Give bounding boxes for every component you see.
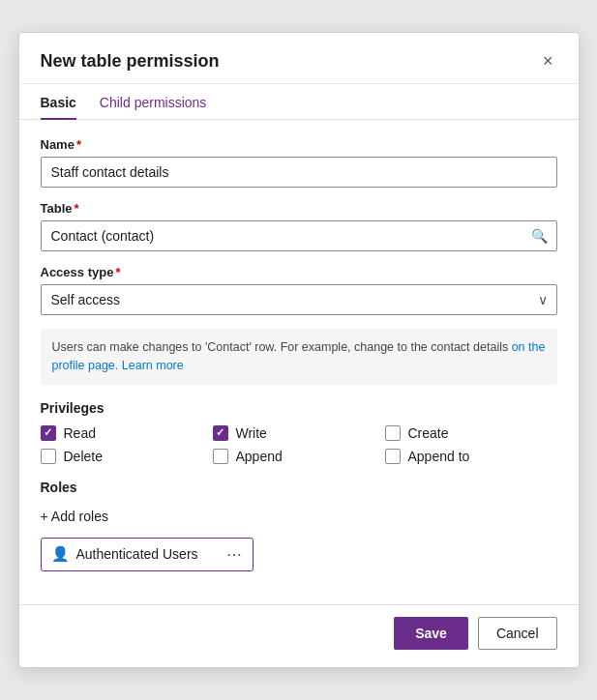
roles-label: Roles — [41, 480, 557, 495]
search-icon: 🔍 — [531, 228, 548, 244]
privilege-append: Append — [213, 449, 385, 464]
role-tag-authenticated-users: 👤 Authenticated Users ⋯ — [41, 538, 254, 571]
roles-section: Roles + Add roles 👤 Authenticated Users … — [41, 480, 557, 571]
tab-child-permissions[interactable]: Child permissions — [100, 85, 206, 120]
cancel-button[interactable]: Cancel — [478, 617, 557, 650]
write-label: Write — [236, 425, 267, 441]
modal-overlay: New table permission × Basic Child permi… — [0, 0, 597, 700]
append-checkbox[interactable] — [213, 449, 228, 464]
delete-checkbox[interactable] — [41, 449, 56, 464]
table-field-group: Table* 🔍 — [41, 201, 557, 251]
add-roles-button[interactable]: + Add roles — [41, 505, 108, 528]
append-to-label: Append to — [408, 449, 470, 464]
close-button[interactable]: × — [539, 50, 557, 72]
privilege-write: Write — [213, 425, 385, 441]
tabs-bar: Basic Child permissions — [19, 84, 579, 120]
modal-title: New table permission — [41, 51, 220, 72]
privilege-read: Read — [41, 425, 213, 441]
user-icon: 👤 — [51, 545, 70, 563]
create-label: Create — [408, 425, 449, 441]
modal-header: New table permission × — [19, 33, 579, 84]
modal-body: Name* Table* 🔍 Access type* — [19, 120, 579, 604]
privileges-grid: Read Write Create Delete — [41, 425, 557, 464]
create-checkbox[interactable] — [385, 425, 401, 441]
access-type-label: Access type* — [41, 265, 557, 279]
privileges-label: Privileges — [41, 400, 557, 416]
access-type-field-group: Access type* Global access Self access A… — [41, 265, 557, 315]
privilege-create: Create — [385, 425, 557, 441]
name-input[interactable] — [41, 157, 557, 188]
delete-label: Delete — [64, 449, 103, 464]
privilege-delete: Delete — [41, 449, 213, 464]
table-search-wrapper: 🔍 — [41, 220, 557, 251]
info-box: Users can make changes to 'Contact' row.… — [41, 329, 557, 385]
privilege-append-to: Append to — [385, 449, 557, 464]
modal-dialog: New table permission × Basic Child permi… — [18, 32, 580, 668]
modal-footer: Save Cancel — [19, 604, 579, 667]
read-checkbox[interactable] — [41, 425, 56, 441]
privileges-section: Privileges Read Write Create — [41, 400, 557, 464]
table-input[interactable] — [41, 220, 557, 251]
learn-more-link[interactable]: Learn more — [122, 359, 184, 372]
access-type-select[interactable]: Global access Self access Account access… — [41, 284, 557, 315]
role-more-options-button[interactable]: ⋯ — [226, 545, 243, 564]
role-label: Authenticated Users — [76, 546, 198, 562]
tab-basic[interactable]: Basic — [41, 85, 76, 120]
read-label: Read — [64, 425, 96, 441]
save-button[interactable]: Save — [394, 617, 468, 650]
table-label: Table* — [41, 201, 557, 216]
name-label: Name* — [41, 137, 557, 152]
append-label: Append — [236, 449, 283, 464]
access-type-select-wrapper: Global access Self access Account access… — [41, 284, 557, 315]
write-checkbox[interactable] — [213, 425, 228, 441]
name-field-group: Name* — [41, 137, 557, 188]
append-to-checkbox[interactable] — [385, 449, 401, 464]
